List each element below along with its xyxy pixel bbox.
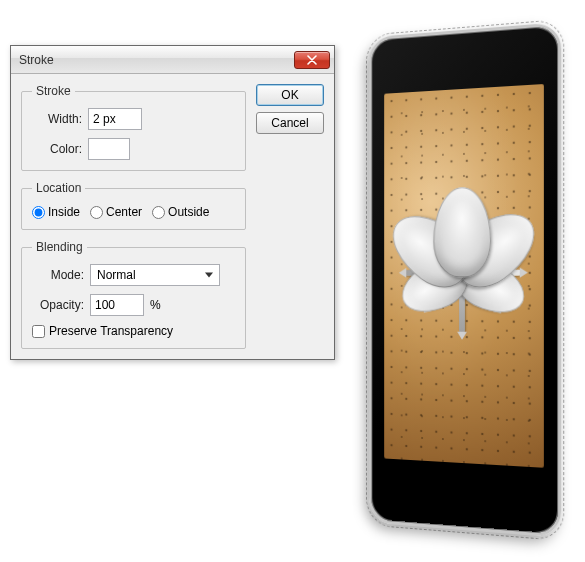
location-outside-radio[interactable]: Outside bbox=[152, 205, 209, 219]
cancel-button[interactable]: Cancel bbox=[256, 112, 324, 134]
mode-select[interactable]: Normal bbox=[90, 264, 220, 286]
location-group: Location Inside Center Outside bbox=[21, 181, 246, 230]
dialog-title: Stroke bbox=[19, 53, 294, 67]
radio-center-label: Center bbox=[106, 205, 142, 219]
color-swatch[interactable] bbox=[88, 138, 130, 160]
close-button[interactable] bbox=[294, 51, 330, 69]
stroke-legend: Stroke bbox=[32, 84, 75, 98]
blending-group: Blending Mode: Normal Opacity: % bbox=[21, 240, 246, 349]
mode-value: Normal bbox=[97, 268, 136, 282]
titlebar[interactable]: Stroke bbox=[11, 46, 334, 74]
stroke-group: Stroke Width: Color: bbox=[21, 84, 246, 171]
radio-outside-input[interactable] bbox=[152, 206, 165, 219]
close-icon bbox=[307, 55, 317, 65]
device-mockup bbox=[344, 20, 576, 550]
device-body bbox=[369, 22, 561, 538]
preserve-checkbox-input[interactable] bbox=[32, 325, 45, 338]
opacity-label: Opacity: bbox=[32, 298, 84, 312]
screen-pattern bbox=[384, 84, 544, 468]
blending-legend: Blending bbox=[32, 240, 87, 254]
ornament-icon bbox=[396, 191, 531, 355]
stroke-dialog: Stroke Stroke Width: Color: Location bbox=[10, 45, 335, 360]
width-label: Width: bbox=[32, 112, 82, 126]
caret-down-icon bbox=[205, 273, 213, 278]
right-column: OK Cancel bbox=[256, 84, 324, 349]
opacity-input[interactable] bbox=[90, 294, 144, 316]
radio-inside-label: Inside bbox=[48, 205, 80, 219]
location-legend: Location bbox=[32, 181, 85, 195]
mode-label: Mode: bbox=[32, 268, 84, 282]
preserve-transparency-check[interactable]: Preserve Transparency bbox=[32, 324, 173, 338]
width-input[interactable] bbox=[88, 108, 142, 130]
selection-outline bbox=[366, 19, 564, 541]
device bbox=[369, 22, 561, 538]
device-screen bbox=[384, 84, 544, 468]
color-label: Color: bbox=[32, 142, 82, 156]
location-inside-radio[interactable]: Inside bbox=[32, 205, 80, 219]
radio-outside-label: Outside bbox=[168, 205, 209, 219]
radio-center-input[interactable] bbox=[90, 206, 103, 219]
location-center-radio[interactable]: Center bbox=[90, 205, 142, 219]
opacity-suffix: % bbox=[150, 298, 161, 312]
ok-button[interactable]: OK bbox=[256, 84, 324, 106]
radio-inside-input[interactable] bbox=[32, 206, 45, 219]
preserve-label: Preserve Transparency bbox=[49, 324, 173, 338]
dialog-body: Stroke Width: Color: Location Inside bbox=[11, 74, 334, 359]
left-column: Stroke Width: Color: Location Inside bbox=[21, 84, 246, 349]
